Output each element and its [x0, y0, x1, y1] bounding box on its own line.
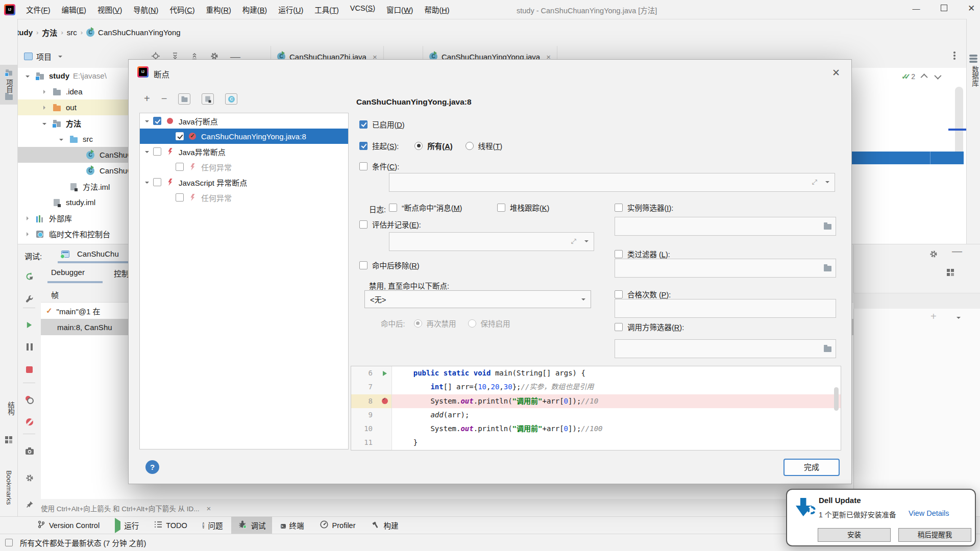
class-filters-input[interactable]: [615, 259, 836, 278]
folder-icon[interactable]: [824, 346, 831, 352]
breadcrumb-src[interactable]: src: [67, 28, 77, 37]
breakpoint-row[interactable]: 任何异常: [140, 159, 348, 174]
view-breakpoints-icon[interactable]: [18, 394, 41, 406]
toolwindow-button-构建[interactable]: 构建: [364, 517, 405, 534]
breakpoint-row[interactable]: ✓CanShuChuanYingYong.java:8: [140, 129, 348, 144]
disable-until-select[interactable]: <无>: [364, 290, 591, 308]
folder-icon[interactable]: [824, 224, 831, 230]
menu-item[interactable]: 帮助(H): [419, 4, 455, 15]
menu-item[interactable]: 视图(V): [92, 4, 128, 15]
toolwindow-button-运行[interactable]: 运行: [108, 517, 145, 534]
menu-item[interactable]: 构建(B): [237, 4, 273, 15]
layout-icon[interactable]: [947, 269, 954, 276]
tip-close-icon[interactable]: ×: [207, 504, 211, 513]
toolwindow-button-调试[interactable]: 调试: [231, 517, 272, 534]
log-message-checkbox[interactable]: “断点命中”消息(M): [389, 202, 462, 213]
view-details-link[interactable]: View Details: [909, 509, 949, 517]
thread-dump-icon[interactable]: [18, 445, 41, 457]
suspend-thread-radio[interactable]: [465, 142, 474, 150]
inspections-widget[interactable]: ✓✓2: [901, 70, 940, 83]
breadcrumb-class[interactable]: CanShuChuanYingYong: [98, 28, 181, 37]
pass-count-checkbox[interactable]: 合格次数 (P):: [615, 289, 671, 299]
menu-item[interactable]: 窗口(W): [381, 4, 419, 15]
gear-icon[interactable]: [18, 472, 41, 484]
toolwindow-button-TODO[interactable]: TODO: [148, 517, 194, 534]
breadcrumb-fangfa[interactable]: 方法: [42, 27, 57, 38]
project-panel-header[interactable]: 项目: [24, 51, 62, 62]
dialog-close-icon[interactable]: ✕: [832, 67, 840, 79]
caller-filters-input[interactable]: [615, 339, 836, 358]
sidebar-tab-database[interactable]: 数据库: [969, 55, 979, 89]
pause-icon[interactable]: [18, 341, 41, 353]
pin-icon[interactable]: [18, 498, 41, 511]
menu-item[interactable]: 代码(C): [164, 4, 200, 15]
breakpoint-row[interactable]: 任何异常: [140, 190, 348, 205]
class-filters-checkbox[interactable]: 类过滤器 (L):: [615, 248, 670, 259]
resume-icon[interactable]: [18, 319, 41, 331]
more-options-icon[interactable]: [949, 51, 959, 63]
group-by-file-icon[interactable]: [202, 93, 214, 105]
code-scrollbar[interactable]: [834, 387, 839, 411]
enabled-checkbox[interactable]: 已启用(D): [359, 119, 405, 130]
log-stack-checkbox[interactable]: 堆栈跟踪(K): [497, 202, 549, 213]
menu-item[interactable]: 编辑(E): [56, 4, 92, 15]
debugger-tab[interactable]: Debugger: [51, 268, 85, 277]
disable-again-radio[interactable]: [414, 319, 422, 328]
rerun-icon[interactable]: [18, 270, 41, 283]
hide-icon[interactable]: —: [952, 246, 962, 256]
evaluate-input[interactable]: ⤢: [389, 232, 594, 251]
breakpoint-checkbox[interactable]: [153, 117, 161, 125]
done-button[interactable]: 完成: [783, 459, 840, 476]
gear-icon[interactable]: [929, 249, 938, 261]
breakpoint-row[interactable]: Java异常断点: [140, 144, 348, 159]
pass-count-input[interactable]: [615, 299, 836, 318]
install-button[interactable]: 安装: [818, 528, 891, 542]
remove-once-checkbox[interactable]: 命中后移除(R): [359, 260, 420, 270]
close-icon[interactable]: ✕: [960, 0, 980, 18]
editor-scrollbar[interactable]: [955, 87, 963, 158]
suspend-all-radio[interactable]: [414, 142, 423, 150]
run-line-icon[interactable]: [383, 371, 387, 376]
menu-item[interactable]: 重构(R): [201, 4, 237, 15]
suspend-checkbox[interactable]: [359, 142, 368, 150]
breakpoint-checkbox[interactable]: [153, 147, 161, 156]
menu-item[interactable]: 工具(T): [309, 4, 345, 15]
keep-enabled-radio[interactable]: [468, 319, 476, 328]
maximize-icon[interactable]: [932, 0, 955, 18]
breakpoint-checkbox[interactable]: [176, 193, 184, 202]
instance-filters-input[interactable]: [615, 217, 836, 236]
commander-icon[interactable]: [5, 94, 13, 100]
menu-item[interactable]: 运行(U): [273, 4, 309, 15]
folder-icon[interactable]: [824, 266, 831, 271]
breakpoint-checkbox[interactable]: [176, 132, 184, 140]
settings-wrench-icon[interactable]: [18, 293, 41, 305]
condition-checkbox[interactable]: 条件(C):: [359, 161, 399, 171]
remind-later-button[interactable]: 稍后提醒我: [898, 528, 971, 542]
condition-input[interactable]: ⤢: [389, 173, 835, 192]
menu-item[interactable]: 文件(F): [20, 4, 56, 15]
group-by-class-icon[interactable]: C: [225, 93, 237, 105]
chevron-down-icon[interactable]: [957, 317, 961, 321]
breakpoint-checkbox[interactable]: [153, 178, 161, 186]
prev-problem-icon[interactable]: [920, 73, 927, 81]
breakpoint-row[interactable]: Java行断点: [140, 113, 348, 129]
group-by-package-icon[interactable]: [178, 93, 190, 105]
instance-filters-checkbox[interactable]: 实例筛选器(I):: [615, 202, 673, 213]
breakpoint-checkbox[interactable]: [176, 163, 184, 171]
remove-icon[interactable]: −: [161, 94, 167, 104]
toolwindow-button-终端[interactable]: >_终端: [274, 517, 310, 534]
caller-filters-checkbox[interactable]: 调用方筛选器(R):: [615, 321, 684, 332]
toolwindow-button-Profiler[interactable]: Profiler: [313, 517, 362, 534]
mute-breakpoints-icon[interactable]: [18, 416, 41, 428]
toolwindow-button-问题[interactable]: !问题: [196, 517, 230, 534]
toolwindow-button-Version Control[interactable]: Version Control: [31, 517, 106, 534]
breakpoint-row[interactable]: JavaScript 异常断点: [140, 174, 348, 190]
breakpoint-icon[interactable]: [382, 398, 388, 404]
frames-header[interactable]: 帧: [51, 289, 59, 300]
sidebar-tab-structure[interactable]: 结构: [5, 402, 15, 415]
minimize-icon[interactable]: —: [904, 0, 928, 18]
add-icon[interactable]: +: [144, 94, 150, 104]
debug-session-tab[interactable]: CanShuChu: [61, 249, 119, 258]
evaluate-checkbox[interactable]: 评估并记录(E):: [359, 219, 421, 230]
add-watch-icon[interactable]: +: [930, 312, 937, 321]
